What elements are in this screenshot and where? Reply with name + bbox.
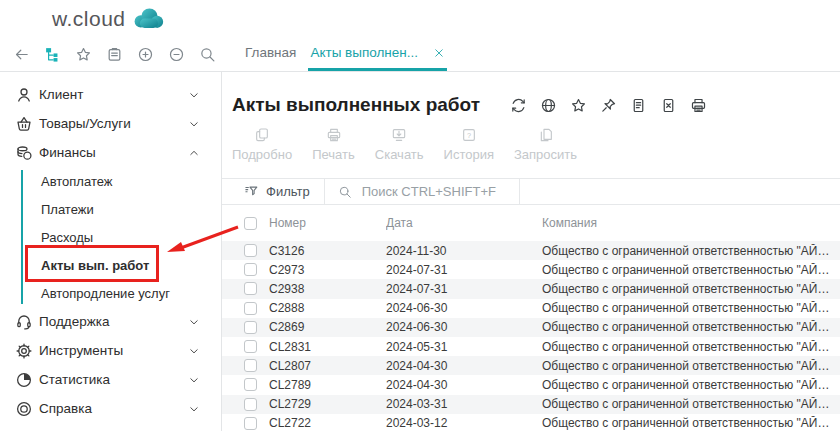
sidebar-item-podderzhka[interactable]: Поддержка (0, 307, 221, 336)
sidebar-item-label: Поддержка (39, 314, 109, 329)
copy-icon (254, 127, 270, 143)
globe-icon[interactable] (540, 97, 557, 114)
coins-icon (15, 144, 33, 162)
filter-bar: Фильтр (222, 178, 840, 205)
table-row[interactable]: C28882024-06-30Общество с ограниченной о… (222, 299, 840, 318)
sidebar-item-spravka[interactable]: Справка (0, 394, 221, 423)
back-arrow-icon[interactable] (13, 46, 30, 63)
brand-logo-text: w.cloud (52, 7, 126, 31)
row-checkbox[interactable] (244, 244, 257, 257)
chevron-up-icon[interactable] (187, 146, 201, 160)
cell-number: CL2722 (269, 416, 386, 430)
clipboard-icon[interactable] (106, 46, 123, 63)
sidebar-item-tovary-uslugi[interactable]: Товары/Услуги (0, 109, 221, 138)
tool-button-label: Печать (312, 147, 355, 162)
sidebar-item-finansy[interactable]: Финансы (0, 138, 221, 167)
pie-icon (15, 371, 33, 389)
table-row[interactable]: CL27292024-03-31Общество с ограниченной … (222, 395, 840, 414)
row-checkbox[interactable] (244, 321, 257, 334)
istoriya-button[interactable]: ?История (444, 127, 494, 165)
table-row[interactable]: CL28312024-05-31Общество с ограниченной … (222, 337, 840, 356)
column-header-data[interactable]: Дата (386, 216, 542, 230)
skachat-button[interactable]: Скачать (375, 127, 424, 165)
cloud-logo-icon (132, 7, 165, 30)
cell-date: 2024-04-30 (386, 359, 542, 373)
pin-icon[interactable] (600, 97, 617, 114)
submenu-finansy: АвтоплатежПлатежиРасходыАкты вып. работА… (0, 167, 221, 307)
row-checkbox[interactable] (244, 378, 257, 391)
app-header: w.cloud (0, 0, 840, 72)
row-checkbox[interactable] (244, 398, 257, 411)
chevron-down-icon[interactable] (187, 373, 201, 387)
sidebar-item-label: Клиент (39, 87, 83, 102)
search-icon (338, 185, 352, 199)
favorites-star-icon[interactable] (75, 46, 92, 63)
table-row[interactable]: C31262024-11-30Общество с ограниченной о… (222, 241, 840, 260)
row-checkbox[interactable] (244, 340, 257, 353)
sidebar: КлиентТовары/УслугиФинансыАвтоплатежПлат… (0, 72, 222, 431)
select-all-checkbox[interactable] (244, 217, 257, 230)
cell-company: Общество с ограниченной ответственностью… (542, 320, 840, 334)
sidebar-subitem-akty-vyp-rabot[interactable]: Акты вып. работ (0, 251, 221, 279)
sidebar-subitem-avtoplatezh[interactable]: Автоплатеж (0, 167, 221, 195)
sidebar-item-klient[interactable]: Клиент (0, 80, 221, 109)
tool-button-label: История (444, 147, 494, 162)
cell-date: 2024-03-31 (386, 397, 542, 411)
table-row[interactable]: CL27222024-03-12Общество с ограниченной … (222, 414, 840, 432)
app-window: w.cloud (0, 0, 840, 432)
cell-date: 2024-11-30 (386, 244, 542, 258)
row-checkbox[interactable] (244, 282, 257, 295)
download-icon (391, 127, 407, 143)
zaprosit-button[interactable]: Запросить (514, 127, 577, 165)
chevron-down-icon[interactable] (187, 88, 201, 102)
document-export-icon[interactable] (660, 97, 677, 114)
zoom-in-icon[interactable] (137, 46, 154, 63)
podrobno-button[interactable]: Подробно (232, 127, 292, 165)
tab-close-icon[interactable] (433, 47, 445, 59)
chevron-down-icon[interactable] (187, 315, 201, 329)
sidebar-item-statistika[interactable]: Статистика (0, 365, 221, 394)
row-checkbox[interactable] (244, 417, 257, 430)
printer-icon[interactable] (690, 97, 707, 114)
tree-view-icon[interactable] (44, 46, 61, 63)
brand-logo[interactable]: w.cloud (52, 7, 165, 31)
page-title: Акты выполненных работ (232, 94, 480, 116)
row-checkbox[interactable] (244, 359, 257, 372)
column-header-nomer[interactable]: Номер (269, 216, 386, 230)
chevron-down-icon[interactable] (187, 402, 201, 416)
sidebar-subitem-raskhody[interactable]: Расходы (0, 223, 221, 251)
cell-company: Общество с ограниченной ответственностью… (542, 301, 840, 315)
chevron-down-icon[interactable] (187, 117, 201, 131)
table-row[interactable]: CL28072024-04-30Общество с ограниченной … (222, 356, 840, 375)
cell-company: Общество с ограниченной ответственностью… (542, 244, 840, 258)
nav-row: ГлавнаяАкты выполнен... (0, 37, 840, 71)
sidebar-subitem-platezhi[interactable]: Платежи (0, 195, 221, 223)
zoom-out-icon[interactable] (168, 46, 185, 63)
sidebar-item-instrumenty[interactable]: Инструменты (0, 336, 221, 365)
sidebar-item-label: Статистика (39, 372, 110, 387)
cell-date: 2024-07-31 (386, 263, 542, 277)
search-input[interactable] (360, 183, 510, 200)
table-row[interactable]: C28692024-06-30Общество с ограниченной о… (222, 318, 840, 337)
row-checkbox[interactable] (244, 263, 257, 276)
filter-button[interactable]: Фильтр (222, 179, 325, 204)
row-checkbox[interactable] (244, 302, 257, 315)
chevron-down-icon[interactable] (187, 344, 201, 358)
table-row[interactable]: CL27892024-04-30Общество с ограниченной … (222, 375, 840, 394)
search-icon[interactable] (199, 46, 216, 63)
person-icon (15, 86, 33, 104)
tab-akty-vypolnennykh[interactable]: Акты выполнен... (308, 37, 447, 71)
table-row[interactable]: C29732024-07-31Общество с ограниченной о… (222, 260, 840, 279)
sidebar-item-label: Товары/Услуги (39, 116, 131, 131)
pechat-button[interactable]: Печать (312, 127, 355, 165)
cell-date: 2024-06-30 (386, 301, 542, 315)
tab-glavnaya[interactable]: Главная (243, 37, 298, 71)
sidebar-subitem-avtoprodlenie-uslug[interactable]: Автопродление услуг (0, 279, 221, 307)
refresh-icon[interactable] (510, 97, 527, 114)
table-row[interactable]: C29382024-07-31Общество с ограниченной о… (222, 279, 840, 298)
main-content: Акты выполненных работ ПодробноПечатьСка… (222, 72, 840, 431)
tab-bar: ГлавнаяАкты выполнен... (243, 37, 447, 71)
column-header-kompaniya[interactable]: Компания (542, 216, 840, 230)
star-icon[interactable] (570, 97, 587, 114)
document-list-icon[interactable] (630, 97, 647, 114)
